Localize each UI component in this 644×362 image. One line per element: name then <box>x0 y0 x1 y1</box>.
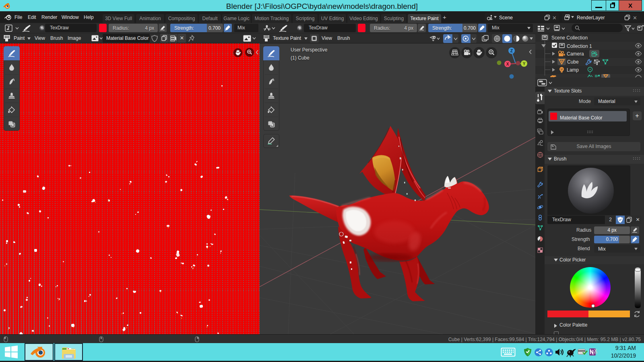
svg-text:Y: Y <box>523 62 526 66</box>
svg-text:X: X <box>506 62 509 66</box>
svg-text:Z: Z <box>510 49 513 53</box>
